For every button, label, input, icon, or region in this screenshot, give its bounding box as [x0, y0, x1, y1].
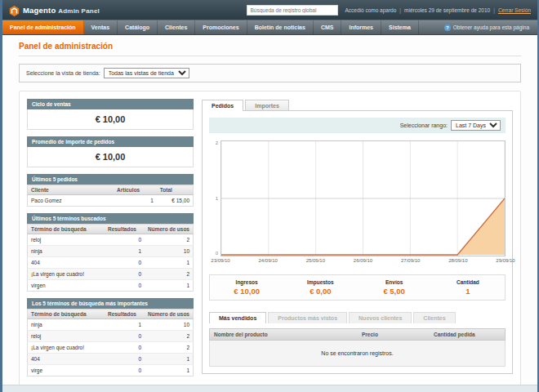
nav-item-informes[interactable]: Informes: [341, 20, 381, 34]
table-row[interactable]: virge01: [28, 365, 194, 376]
global-search-input[interactable]: [247, 5, 338, 16]
x-tick-label: 29/09/10: [496, 258, 514, 263]
table-cell: 404: [28, 354, 105, 365]
table-row[interactable]: ninja110: [28, 319, 194, 331]
average-orders-title: Promedio de importe de pedidos: [27, 136, 194, 147]
x-tick-label: 27/09/10: [401, 258, 420, 263]
store-view-select[interactable]: Todas las vistas de tienda: [104, 68, 189, 78]
products-grid: Nombre del producto Precio Cantidad pedi…: [209, 328, 506, 367]
top-search-terms-title: Los 5 términos de búsqueda más important…: [27, 298, 194, 309]
stat-impuestos: Impuestos€ 0,00: [283, 279, 357, 296]
logout-link[interactable]: Cerrar Sesión: [498, 7, 531, 13]
chart-tabs: PedidosImportes: [202, 99, 513, 110]
table-cell: 0: [105, 331, 145, 342]
table-row[interactable]: reloj02: [28, 331, 194, 342]
tab-productos-mas-vistos[interactable]: Productos más vistos: [268, 312, 347, 323]
table-cell: 404: [28, 257, 105, 269]
last-search-terms-title: Últimos 5 términos buscados: [27, 213, 194, 224]
help-label: Obtener ayuda para esta página: [453, 24, 529, 30]
brand-title: Magento Admin Panel: [23, 6, 100, 15]
tab-importes[interactable]: Importes: [245, 100, 289, 111]
chart-panel: Seleccionar rango: Last 7 Days 012 23/09…: [202, 110, 513, 374]
tab-pedidos[interactable]: Pedidos: [202, 100, 243, 111]
nav-item-panel-de-administracion[interactable]: Panel de administración: [2, 20, 84, 34]
last-orders-title: Últimos 5 pedidos: [27, 174, 194, 185]
help-link[interactable]: ? Obtener ayuda para esta página: [436, 20, 537, 34]
empty-records-message: No se encontraron registros.: [209, 341, 506, 367]
table-row[interactable]: Paco Gomez1€ 15,00: [28, 195, 194, 207]
grid-tabs: Más vendidosProductos más vistosNuevos c…: [209, 311, 506, 323]
stat-value: € 0,00: [283, 287, 357, 296]
table-row[interactable]: virgen01: [28, 280, 194, 292]
nav-item-clientes[interactable]: Clientes: [158, 20, 195, 34]
table-cell: ¡La virgen que cuadro!: [28, 269, 105, 280]
table-cell: 0: [105, 365, 145, 376]
stat-label: Envíos: [358, 279, 431, 285]
table-row[interactable]: reloj02: [28, 234, 194, 246]
range-select[interactable]: Last 7 Days: [451, 120, 501, 131]
column-termino-de-busqueda: Término de búsqueda: [28, 310, 105, 319]
table-row[interactable]: 40401: [28, 257, 194, 269]
table-cell: 0: [105, 280, 145, 292]
lifetime-sales-title: Ciclo de ventas: [27, 99, 194, 109]
nav-item-promociones[interactable]: Promociones: [195, 20, 247, 34]
chart-x-axis: 23/09/1024/09/1025/09/1026/09/1027/09/10…: [220, 258, 506, 266]
table-cell: 2: [145, 331, 193, 342]
stat-label: Cantidad: [431, 279, 505, 285]
column-resultados: Resultados: [105, 225, 145, 234]
table-row[interactable]: ¡La virgen que cuadro!02: [28, 269, 194, 280]
table-row[interactable]: ¡La virgen que cuadro!02: [28, 342, 194, 354]
tab-mas-vendidos[interactable]: Más vendidos: [209, 312, 266, 323]
totals-bar: Ingresos€ 10,00Impuestos€ 0,00Envíos€ 5,…: [209, 274, 506, 301]
stat-envios: Envíos€ 5,00: [358, 279, 431, 296]
chart-svg: [221, 141, 505, 256]
last-search-terms-table: Término de búsquedaResultadosNúmero de u…: [27, 224, 194, 292]
column-termino-de-busqueda: Término de búsqueda: [28, 225, 105, 234]
magento-admin-window: Magento Admin Panel Accedió como apardo …: [0, 0, 539, 392]
average-orders-value: € 10,00: [27, 147, 194, 167]
nav-item-sistema[interactable]: Sistema: [381, 20, 419, 34]
top-search-terms-table: Término de búsquedaResultadosNúmero de u…: [27, 309, 194, 376]
tab-clientes[interactable]: Clientes: [413, 312, 455, 323]
table-cell: 1: [105, 319, 145, 331]
top-header: Magento Admin Panel Accedió como apardo …: [2, 0, 537, 20]
stat-label: Impuestos: [283, 279, 357, 285]
table-cell: 0: [105, 234, 145, 246]
column-numero-de-usos: Número de usos: [145, 310, 193, 319]
dashboard-left-column: Ciclo de ventas € 10,00 Promedio de impo…: [27, 99, 194, 383]
tab-nuevos-clientes[interactable]: Nuevos clientes: [349, 312, 412, 323]
table-row[interactable]: 40401: [28, 354, 194, 365]
column-articulos: Artículos: [114, 185, 157, 195]
magento-logo-icon: [9, 5, 20, 16]
average-orders-box: Promedio de importe de pedidos € 10,00: [27, 136, 194, 167]
table-cell: 2: [145, 342, 193, 354]
table-cell: 0: [105, 342, 145, 354]
table-cell: € 15,00: [157, 195, 194, 207]
last-search-terms-box: Últimos 5 términos buscados Término de b…: [27, 213, 194, 292]
nav-item-ventas[interactable]: Ventas: [84, 20, 118, 34]
table-cell: 1: [145, 280, 193, 292]
nav-item-catalogo[interactable]: Catálogo: [118, 20, 158, 34]
header-date: miércoles 29 de septiembre de 2010: [404, 7, 490, 13]
table-row[interactable]: ninja110: [28, 246, 194, 257]
help-icon: ?: [444, 24, 451, 31]
nav-item-cms[interactable]: CMS: [314, 20, 342, 34]
y-tick-label: 1: [216, 196, 218, 201]
table-cell: ¡La virgen que cuadro!: [28, 342, 105, 354]
last-orders-table: ClienteArtículosTotalPaco Gomez1€ 15,00: [27, 185, 194, 207]
table-cell: 1: [145, 365, 193, 376]
table-cell: 1: [105, 246, 145, 257]
column-product-name: Nombre del producto: [210, 329, 358, 340]
x-tick-label: 25/09/10: [306, 258, 325, 263]
dashboard-right-column: PedidosImportes Seleccionar rango: Last …: [202, 99, 513, 383]
nav-item-boletin-de-noticias[interactable]: Boletín de noticias: [247, 20, 314, 34]
x-tick-label: 24/09/10: [258, 258, 277, 263]
products-grid-header: Nombre del producto Precio Cantidad pedi…: [209, 328, 506, 341]
column-total: Total: [157, 185, 194, 195]
stat-value: € 5,00: [358, 287, 431, 296]
table-cell: 2: [145, 269, 193, 280]
range-label: Seleccionar rango:: [400, 122, 448, 128]
last-orders-box: Últimos 5 pedidos ClienteArtículosTotalP…: [27, 174, 194, 207]
stat-value: 1: [431, 287, 505, 296]
table-cell: 2: [145, 234, 193, 246]
